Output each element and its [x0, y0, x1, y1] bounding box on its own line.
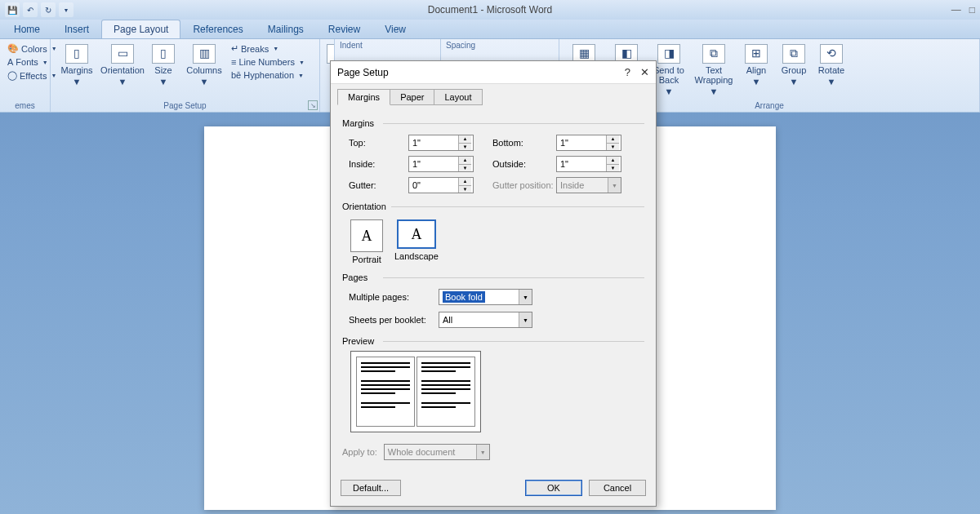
page-setup-dialog: Page Setup ? ✕ Margins Paper Layout Marg… [330, 60, 657, 507]
margins-button[interactable]: ▯ Margins▼ [56, 42, 98, 88]
pages-section-label: Pages [342, 273, 644, 282]
redo-icon[interactable]: ↻ [41, 2, 56, 17]
chevron-down-icon[interactable]: ▼ [519, 290, 532, 304]
inside-label: Inside: [349, 159, 394, 169]
line-numbers-button[interactable]: ≡Line Numbers▼ [229, 56, 307, 68]
spin-down-icon[interactable]: ▼ [459, 186, 471, 193]
rotate-button[interactable]: ⟲ Rotate▼ [814, 42, 849, 88]
spin-down-icon[interactable]: ▼ [607, 165, 619, 172]
margins-icon: ▯ [65, 44, 88, 64]
gutter-pos-label: Gutter position: [492, 180, 541, 190]
orientation-button[interactable]: ▭ Orientation▼ [101, 42, 144, 88]
multiple-pages-label: Multiple pages: [349, 292, 430, 302]
preview-box [350, 351, 481, 432]
undo-icon[interactable]: ↶ [23, 2, 38, 17]
minimize-icon[interactable]: — [951, 4, 961, 16]
orientation-icon: ▭ [111, 44, 134, 64]
apply-to-select[interactable]: Whole document ▼ [384, 444, 490, 460]
ok-button[interactable]: OK [525, 480, 582, 496]
sheets-label: Sheets per booklet: [349, 315, 430, 325]
spin-up-icon[interactable]: ▲ [459, 178, 471, 186]
cancel-button[interactable]: Cancel [589, 480, 646, 496]
top-input[interactable] [409, 135, 458, 150]
default-button[interactable]: Default... [341, 480, 401, 496]
align-button[interactable]: ⊞ Align▼ [739, 42, 773, 88]
group-page-setup: ▯ Margins▼ ▭ Orientation▼ ▯ Size▼ ▥ Colu… [51, 39, 320, 112]
hyphenation-icon: bē [231, 70, 241, 80]
effects-icon: ◯ [7, 70, 17, 81]
outside-input[interactable] [557, 157, 606, 171]
spin-up-icon[interactable]: ▲ [607, 135, 619, 144]
bottom-label: Bottom: [492, 138, 541, 148]
dialog-tab-layout[interactable]: Layout [434, 89, 482, 105]
group-button[interactable]: ⧉ Group▼ [777, 42, 811, 88]
chevron-down-icon: ▼ [608, 178, 621, 193]
tab-view[interactable]: View [372, 20, 418, 38]
title-bar: 💾 ↶ ↻ ▼ Document1 - Microsoft Word — □ [0, 0, 980, 20]
save-icon[interactable]: 💾 [5, 2, 20, 17]
preview-page-right [416, 357, 475, 427]
tab-review[interactable]: Review [316, 20, 372, 38]
tab-references[interactable]: References [180, 20, 255, 38]
margins-section-label: Margins [342, 118, 644, 128]
spin-up-icon[interactable]: ▲ [607, 157, 619, 165]
maximize-icon[interactable]: □ [969, 4, 975, 16]
spin-up-icon[interactable]: ▲ [459, 157, 471, 165]
close-icon[interactable]: ✕ [640, 66, 649, 78]
indent-label: Indent [340, 41, 435, 53]
tab-page-layout[interactable]: Page Layout [101, 20, 180, 38]
chevron-down-icon[interactable]: ▼ [476, 445, 489, 459]
portrait-icon: A [350, 219, 383, 252]
gutter-spinner[interactable]: ▲▼ [408, 177, 474, 193]
breaks-button[interactable]: ↵Breaks▼ [229, 42, 307, 55]
landscape-icon: A [397, 219, 436, 249]
page-setup-launcher-icon[interactable]: ↘ [308, 100, 318, 110]
group-page-setup-title: Page Setup [56, 100, 314, 110]
dialog-body: Margins Top: ▲▼ Bottom: ▲▼ Inside: ▲▼ Ou… [331, 105, 656, 473]
spin-down-icon[interactable]: ▼ [459, 165, 471, 172]
top-spinner[interactable]: ▲▼ [408, 135, 474, 151]
dialog-tab-margins[interactable]: Margins [337, 89, 390, 105]
align-icon: ⊞ [745, 44, 768, 64]
apply-to-label: Apply to: [342, 447, 377, 457]
spin-down-icon[interactable]: ▼ [459, 144, 471, 151]
tab-mailings[interactable]: Mailings [256, 20, 316, 38]
multiple-pages-select[interactable]: Book fold ▼ [439, 289, 532, 305]
text-wrap-button[interactable]: ⧉ Text Wrapping▼ [692, 42, 736, 98]
orientation-section-label: Orientation [342, 202, 644, 211]
columns-button[interactable]: ▥ Columns▼ [183, 42, 225, 88]
ribbon-tabs: Home Insert Page Layout References Maili… [0, 20, 980, 39]
tab-home[interactable]: Home [2, 20, 52, 38]
bottom-input[interactable] [557, 135, 606, 150]
inside-input[interactable] [409, 157, 458, 171]
landscape-option[interactable]: A Landscape [394, 219, 439, 264]
breaks-icon: ↵ [231, 43, 238, 54]
qat-dropdown-icon[interactable]: ▼ [59, 2, 74, 17]
sheets-select[interactable]: All ▼ [439, 312, 532, 328]
chevron-down-icon[interactable]: ▼ [519, 312, 532, 327]
group-themes-title: emes [5, 100, 45, 110]
line-numbers-icon: ≡ [231, 57, 236, 67]
window-title: Document1 - Microsoft Word [428, 4, 553, 16]
bottom-spinner[interactable]: ▲▼ [556, 135, 621, 151]
window-controls: — □ [951, 4, 975, 16]
gutter-input[interactable] [409, 178, 458, 193]
inside-spinner[interactable]: ▲▼ [408, 156, 474, 172]
portrait-option[interactable]: A Portrait [350, 219, 383, 264]
help-icon[interactable]: ? [625, 66, 630, 78]
outside-spinner[interactable]: ▲▼ [556, 156, 621, 172]
dialog-tabs: Margins Paper Layout [331, 84, 656, 105]
spin-down-icon[interactable]: ▼ [607, 144, 619, 151]
tab-insert[interactable]: Insert [52, 20, 101, 38]
dialog-titlebar[interactable]: Page Setup ? ✕ [331, 61, 656, 84]
hyphenation-button[interactable]: bēHyphenation▼ [229, 69, 307, 81]
columns-icon: ▥ [193, 44, 216, 64]
top-label: Top: [349, 138, 394, 148]
group-themes: 🎨Colors▼ AFonts▼ ◯Effects▼ emes [0, 39, 51, 112]
quick-access-toolbar: 💾 ↶ ↻ ▼ [0, 2, 78, 17]
spin-up-icon[interactable]: ▲ [459, 135, 471, 144]
size-button[interactable]: ▯ Size▼ [147, 42, 180, 88]
dialog-tab-paper[interactable]: Paper [390, 89, 434, 105]
outside-label: Outside: [492, 159, 541, 169]
fonts-icon: A [7, 57, 13, 67]
